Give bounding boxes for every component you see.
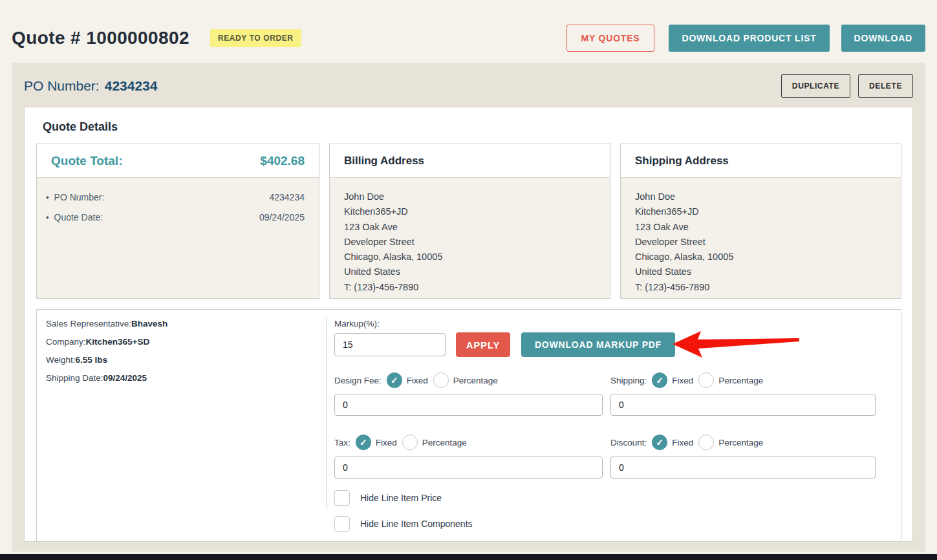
check-icon: ✓ — [656, 437, 663, 447]
discount-label: Discount: — [610, 438, 647, 447]
discount-radio-group: Discount: ✓ Fixed Percentage — [610, 435, 763, 450]
address-line: United States — [344, 264, 596, 279]
apply-button[interactable]: APPLY — [456, 332, 510, 357]
markup-controls: Markup(%): APPLY DOWNLOAD MARKUP PDF Des… — [334, 310, 901, 541]
shipping-address-title: Shipping Address — [635, 155, 729, 167]
company-label: Company: — [46, 337, 86, 347]
shipping-fee-radio-group: Shipping: ✓ Fixed Percentage — [610, 372, 763, 388]
shipping-date-label: Shipping Date: — [46, 373, 103, 383]
hide-line-item-price-label: Hide Line Item Price — [360, 493, 442, 503]
weight-label: Weight: — [46, 355, 76, 365]
po-number-row-value: 4234234 — [269, 192, 305, 202]
quote-info-column: Sales Representative:Bhavesh Company:Kit… — [46, 319, 324, 391]
company-row: Company:Kitchen365+SD — [46, 337, 324, 347]
hide-line-item-price-checkbox[interactable] — [334, 490, 350, 506]
sales-representative-row: Sales Representative:Bhavesh — [46, 319, 324, 328]
discount-fixed-label: Fixed — [672, 438, 693, 447]
design-fee-fixed-label: Fixed — [407, 376, 428, 385]
design-fee-percentage-radio[interactable] — [433, 372, 449, 388]
address-line: Kitchen365+JD — [635, 204, 887, 219]
check-icon: ✓ — [656, 375, 663, 385]
shipping-percentage-radio[interactable] — [698, 372, 714, 388]
design-fee-input[interactable] — [334, 394, 603, 416]
design-fee-radio-group: Design Fee: ✓ Fixed Percentage — [334, 372, 498, 388]
shipping-fee-label: Shipping: — [610, 376, 647, 385]
tax-input[interactable] — [334, 457, 603, 479]
po-number-label: PO Number: — [24, 78, 100, 94]
tax-fixed-label: Fixed — [376, 438, 397, 447]
quote-total-amount: $402.68 — [260, 154, 305, 168]
company-value: Kitchen365+SD — [86, 337, 150, 347]
download-button[interactable]: DOWNLOAD — [841, 25, 925, 52]
hide-line-item-components-row: Hide Line Item Components — [334, 516, 473, 532]
shipping-percentage-label: Percentage — [718, 376, 763, 385]
design-fee-label: Design Fee: — [334, 376, 382, 385]
table-row: PO Number: 4234234 — [46, 192, 305, 202]
download-markup-pdf-button[interactable]: DOWNLOAD MARKUP PDF — [521, 332, 675, 357]
quote-total-header: Quote Total: $402.68 — [37, 144, 319, 178]
tax-label: Tax: — [334, 438, 350, 447]
tax-fixed-radio[interactable]: ✓ — [356, 435, 371, 450]
check-icon: ✓ — [391, 375, 398, 385]
quote-total-rows: PO Number: 4234234 Quote Date: 09/24/202… — [37, 178, 319, 222]
markup-percent-input[interactable] — [334, 333, 446, 356]
po-number-value: 4234234 — [105, 78, 158, 94]
shipping-fixed-label: Fixed — [672, 376, 693, 385]
address-line: United States — [635, 264, 887, 279]
quote-total-label: Quote Total: — [51, 154, 122, 168]
bullet-icon — [46, 192, 54, 202]
billing-address-card: Billing Address John Doe Kitchen365+JD 1… — [329, 144, 610, 299]
hide-line-item-components-label: Hide Line Item Components — [360, 519, 473, 529]
discount-percentage-label: Percentage — [718, 438, 763, 447]
shipping-fee-input[interactable] — [610, 394, 876, 416]
address-line: T: (123)-456-7890 — [635, 280, 887, 295]
address-line: John Doe — [635, 189, 887, 204]
quote-panel: PO Number: 4234234 DUPLICATE DELETE Quot… — [12, 63, 925, 552]
page-title: Quote # 1000000802 — [12, 28, 189, 48]
address-line: Chicago, Alaska, 10005 — [635, 250, 887, 264]
tax-percentage-label: Percentage — [422, 438, 467, 447]
address-line: 123 Oak Ave — [344, 220, 596, 235]
address-line: Chicago, Alaska, 10005 — [344, 250, 596, 264]
sales-representative-label: Sales Representative: — [46, 319, 131, 328]
billing-address-header: Billing Address — [330, 144, 610, 178]
shipping-address-card: Shipping Address John Doe Kitchen365+JD … — [620, 144, 901, 299]
discount-fixed-radio[interactable]: ✓ — [652, 435, 667, 450]
shipping-date-row: Shipping Date:09/24/2025 — [46, 373, 324, 383]
download-product-list-button[interactable]: DOWNLOAD PRODUCT LIST — [669, 25, 829, 52]
shipping-address-body: John Doe Kitchen365+JD 123 Oak Ave Devel… — [621, 178, 901, 307]
page-header: Quote # 1000000802 READY TO ORDER MY QUO… — [12, 25, 925, 52]
footer-bar — [0, 554, 937, 560]
address-line: Kitchen365+JD — [344, 204, 596, 219]
sales-representative-value: Bhavesh — [131, 319, 167, 328]
address-line: John Doe — [344, 189, 596, 204]
discount-input[interactable] — [610, 457, 876, 479]
hide-line-item-components-checkbox[interactable] — [334, 516, 350, 532]
delete-button[interactable]: DELETE — [858, 74, 913, 98]
billing-address-title: Billing Address — [344, 155, 424, 167]
po-bar: PO Number: 4234234 DUPLICATE DELETE — [24, 74, 913, 98]
design-fee-fixed-radio[interactable]: ✓ — [387, 372, 402, 388]
markup-settings-card: Sales Representative:Bhavesh Company:Kit… — [36, 309, 901, 542]
bullet-icon — [46, 212, 54, 222]
discount-percentage-radio[interactable] — [698, 435, 714, 450]
weight-value: 6.55 lbs — [76, 355, 108, 365]
po-number-row-label: PO Number: — [54, 192, 105, 202]
duplicate-button[interactable]: DUPLICATE — [781, 74, 850, 98]
design-fee-percentage-label: Percentage — [453, 376, 498, 385]
tax-percentage-radio[interactable] — [402, 435, 418, 450]
vertical-divider — [327, 318, 327, 509]
quote-date-row-label: Quote Date: — [54, 212, 103, 222]
quote-date-row-value: 09/24/2025 — [259, 212, 305, 222]
table-row: Quote Date: 09/24/2025 — [46, 212, 305, 222]
address-line: T: (123)-456-7890 — [344, 280, 596, 295]
shipping-fixed-radio[interactable]: ✓ — [652, 372, 667, 388]
quote-details-heading: Quote Details — [43, 120, 118, 134]
my-quotes-button[interactable]: MY QUOTES — [566, 25, 655, 52]
markup-percent-label: Markup(%): — [334, 319, 380, 328]
billing-address-body: John Doe Kitchen365+JD 123 Oak Ave Devel… — [330, 178, 610, 307]
address-line: Developer Street — [344, 235, 596, 250]
address-line: 123 Oak Ave — [635, 220, 887, 235]
address-line: Developer Street — [635, 235, 887, 250]
red-arrow-annotation — [671, 330, 802, 360]
